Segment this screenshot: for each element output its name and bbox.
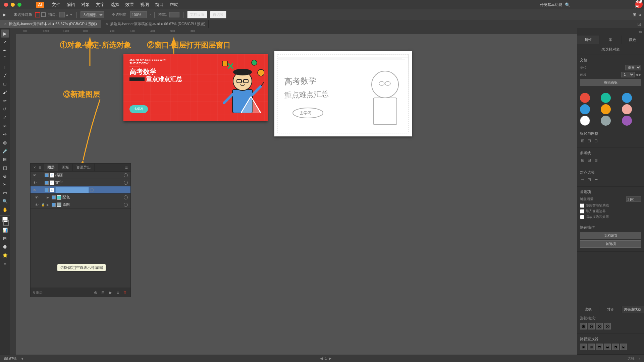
unite-btn[interactable]: ⊕ xyxy=(580,323,587,329)
preferences-quick-btn[interactable]: 首选项 xyxy=(580,240,641,248)
guide-icon-2[interactable]: ⊟ xyxy=(587,158,592,163)
arrange-icon[interactable]: ⊞ xyxy=(633,12,636,17)
board-selector[interactable]: 1 xyxy=(621,72,635,77)
search-icon[interactable]: 🔍 xyxy=(565,2,570,7)
layer-name-input[interactable] xyxy=(55,187,89,193)
preview-bounds-check[interactable] xyxy=(580,215,584,219)
layer-eye-text[interactable]: 👁 xyxy=(32,181,37,185)
layer-lock-original[interactable]: 🔒 xyxy=(40,203,46,206)
close-btn[interactable] xyxy=(4,3,8,7)
direct-selection-tool[interactable]: ↗ xyxy=(1,38,9,46)
layer-eye-editing[interactable]: 👁 xyxy=(32,188,37,192)
swatch-red[interactable] xyxy=(580,93,590,103)
scissors-tool[interactable]: ✂ xyxy=(1,180,9,188)
guide-icon-1[interactable]: ⊞ xyxy=(580,158,585,163)
pencil-tool[interactable]: ✏ xyxy=(1,97,9,105)
layer-eye-color[interactable]: 👁 xyxy=(34,195,39,199)
layers-tab-layers[interactable]: 图层 xyxy=(44,164,58,171)
shape-tool[interactable]: □ xyxy=(1,80,9,88)
pen-tool[interactable]: ✒ xyxy=(1,46,9,54)
pathfinder-3[interactable]: ⬒ xyxy=(596,344,603,350)
layer-row-text[interactable]: 👁 □ 文字 xyxy=(31,179,130,186)
pathfinder-2[interactable]: ◫ xyxy=(588,344,595,350)
right-tab-library[interactable]: 库 xyxy=(599,36,622,44)
edit-board-btn[interactable]: 编辑画板 xyxy=(580,79,641,86)
panel-expand-icon[interactable]: ≪ xyxy=(638,29,643,34)
bottom-tab-transform[interactable]: 变换 xyxy=(577,306,599,313)
gradient-tool[interactable]: ◫ xyxy=(1,164,9,172)
selection-tool[interactable]: ▶ xyxy=(1,29,9,38)
paintbrush-tool[interactable]: 🖌 xyxy=(1,88,9,96)
swatch-pink[interactable] xyxy=(622,104,632,114)
snap-icon[interactable]: ⊡ xyxy=(593,138,599,143)
pathfinder-6[interactable]: ⬕ xyxy=(620,344,627,350)
align-right-icon[interactable]: ⊢ xyxy=(593,177,599,182)
layer-eye-chua[interactable]: 👁 xyxy=(32,173,37,177)
snap-pixel-check[interactable] xyxy=(580,209,584,214)
shape-selector[interactable]: 3点圆形 xyxy=(80,11,104,18)
menu-effect[interactable]: 效果 xyxy=(125,2,134,8)
tab-2-close[interactable]: ✕ xyxy=(105,22,108,26)
layers-panel-collapse[interactable]: ⊞ xyxy=(39,166,41,169)
pathfinder-4[interactable]: ⬓ xyxy=(604,344,611,350)
zoom-down[interactable]: ▼ xyxy=(20,357,24,361)
bottom-tab-pathfinder[interactable]: 路径查找器 xyxy=(622,306,644,313)
swatch-blue[interactable] xyxy=(622,93,632,103)
scale-tool[interactable]: ⤢ xyxy=(1,113,9,121)
style-preview[interactable] xyxy=(169,12,179,17)
arrange-docs-icon[interactable]: ⊡ xyxy=(637,21,641,27)
tab-1[interactable]: ✕ 插边风-banner演示精本.ai ● 66.67% (RGB/GPU 预览… xyxy=(0,20,101,28)
layer-target-text[interactable] xyxy=(124,181,128,185)
bar-chart-tool[interactable]: 📊 xyxy=(1,226,9,234)
menu-view[interactable]: 视图 xyxy=(140,2,149,8)
layers-panel-close[interactable]: ✕ xyxy=(33,166,36,169)
layers-tab-artboard[interactable]: 画板 xyxy=(58,164,73,171)
line-tool[interactable]: ╱ xyxy=(1,71,9,79)
doc-settings-btn[interactable]: 文档设置 xyxy=(187,11,207,18)
swatch-teal[interactable] xyxy=(601,93,611,103)
new-sublayer-btn[interactable]: ⊞ xyxy=(100,290,106,295)
menu-help[interactable]: 帮助 xyxy=(170,2,178,8)
rotate-tool[interactable]: ↺ xyxy=(1,105,9,113)
align-center-icon[interactable]: ⊡ xyxy=(587,177,592,182)
layer-target-chua[interactable] xyxy=(124,173,128,177)
board-prev[interactable]: ◀ xyxy=(635,73,638,76)
layer-target-editing[interactable] xyxy=(90,188,94,192)
menu-text[interactable]: 文字 xyxy=(96,2,105,8)
eyedropper-tool[interactable]: 💉 xyxy=(1,147,9,155)
minimize-btn[interactable] xyxy=(11,3,15,7)
intersect-btn[interactable]: ⊗ xyxy=(596,323,603,329)
tab-2[interactable]: ✕ 插边风-banner演示稿的副本.ai ● 66.67% (RGB/GPU … xyxy=(101,20,209,28)
merge-layers-btn[interactable]: ≡ xyxy=(115,290,120,295)
swatch-purple[interactable] xyxy=(622,116,632,126)
keyboard-input[interactable] xyxy=(626,196,641,202)
menu-select[interactable]: 选择 xyxy=(111,2,119,8)
magic-wand-tool[interactable]: ⭐ xyxy=(1,251,9,259)
right-tab-properties[interactable]: 属性 xyxy=(577,36,599,44)
mesh-tool[interactable]: ⊞ xyxy=(1,155,9,163)
hand-tool[interactable]: ✋ xyxy=(1,205,9,214)
layers-panel-menu[interactable]: ≡ xyxy=(125,165,128,170)
layer-expand-original[interactable]: ▶ xyxy=(47,203,51,206)
blend-tool[interactable]: ◎ xyxy=(1,138,9,146)
grid-icon[interactable]: ⊟ xyxy=(587,138,592,143)
layers-tab-export[interactable]: 资源导出 xyxy=(73,164,95,171)
menu-file[interactable]: 文件 xyxy=(52,2,60,8)
statusbar-expand[interactable]: › xyxy=(639,357,640,361)
artboard-tool[interactable]: ▭ xyxy=(1,189,9,197)
menu-edit[interactable]: 编辑 xyxy=(66,2,75,8)
menu-window[interactable]: 窗口 xyxy=(155,2,164,8)
layer-target-color[interactable] xyxy=(124,195,128,199)
stroke-weight[interactable] xyxy=(59,12,65,17)
warp-tool[interactable]: ≋ xyxy=(1,122,9,130)
artboard-nav-prev[interactable]: ◀ xyxy=(320,356,323,361)
delete-layer-btn[interactable]: 🗑 xyxy=(122,290,128,295)
live-paint-tool[interactable]: ⬣ xyxy=(1,243,9,251)
swatch-white[interactable] xyxy=(580,116,590,126)
layer-row-chua[interactable]: 👁 □ 插画 xyxy=(31,172,130,179)
layer-row-editing[interactable]: 👁 □ xyxy=(31,186,130,194)
layer-eye-original[interactable]: 👁 xyxy=(34,203,39,207)
type-tool[interactable]: T xyxy=(1,63,9,71)
preferences-btn[interactable]: 首选项 xyxy=(210,11,226,18)
new-layer-btn[interactable]: ⊕ xyxy=(93,290,98,295)
